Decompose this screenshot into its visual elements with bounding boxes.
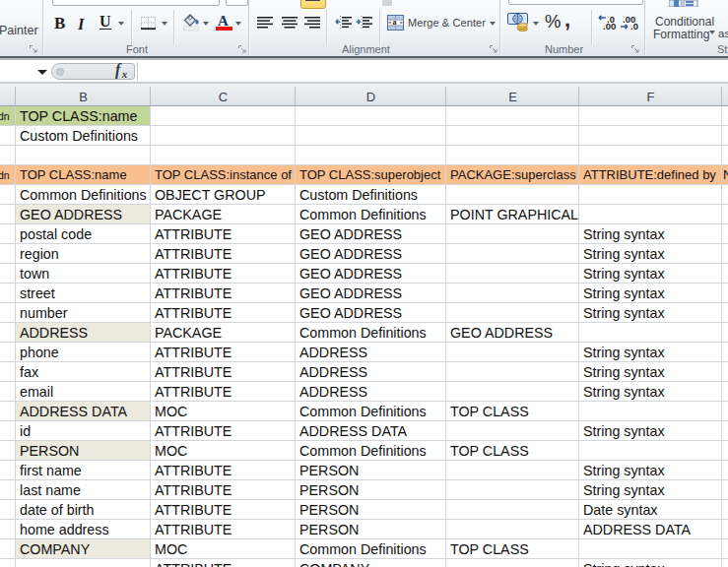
- svg-text:.00: .00: [603, 21, 616, 30]
- svg-text:a: a: [393, 18, 397, 27]
- svg-text:.0: .0: [630, 21, 638, 30]
